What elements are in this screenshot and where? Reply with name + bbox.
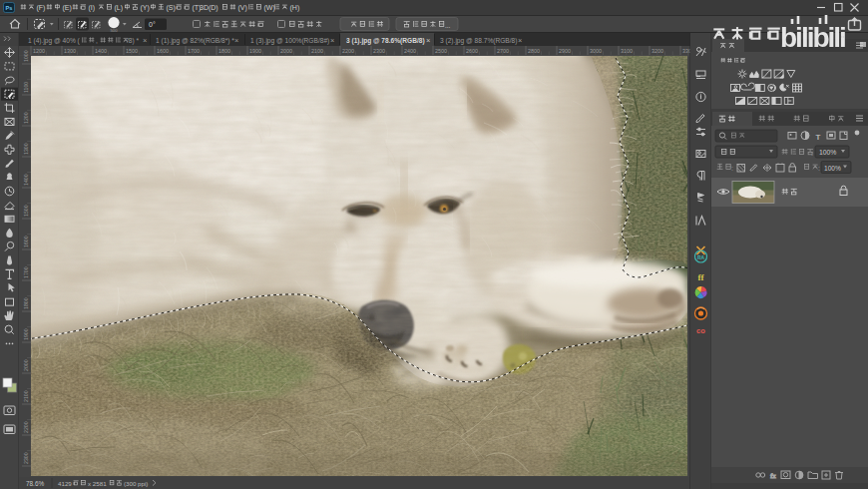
svg-text:1500: 1500 bbox=[23, 205, 29, 217]
svg-text:3 (1).jpg @ 78.6%(RGB/8): 3 (1).jpg @ 78.6%(RGB/8) bbox=[346, 37, 425, 45]
svg-text:1300: 1300 bbox=[23, 143, 29, 155]
svg-text:x 2581: x 2581 bbox=[88, 480, 107, 487]
svg-text:1000: 1000 bbox=[23, 50, 29, 62]
svg-text:...: ... bbox=[445, 22, 451, 29]
svg-text:ff: ff bbox=[698, 272, 705, 282]
svg-text:(F): (F) bbox=[37, 4, 46, 12]
svg-text:fx: fx bbox=[770, 472, 776, 480]
svg-text:2000: 2000 bbox=[23, 359, 29, 371]
svg-text:Ps: Ps bbox=[6, 5, 13, 11]
svg-text:×: × bbox=[234, 36, 238, 45]
svg-text:1 (1).jpg @ 82%(RGB/8*) *: 1 (1).jpg @ 82%(RGB/8*) * bbox=[156, 37, 234, 45]
svg-text:(V): (V) bbox=[238, 4, 247, 12]
svg-text:(S): (S) bbox=[167, 4, 176, 12]
svg-text::: : bbox=[811, 150, 813, 157]
svg-text:×: × bbox=[426, 36, 430, 45]
svg-text:co: co bbox=[696, 326, 705, 335]
svg-text:1 (4).jpg @ 40% (: 1 (4).jpg @ 40% ( bbox=[28, 37, 81, 45]
svg-text:(E): (E) bbox=[63, 4, 72, 12]
svg-text:bilibili: bilibili bbox=[780, 22, 845, 53]
svg-text:×: × bbox=[330, 36, 334, 45]
svg-text:(L): (L) bbox=[115, 4, 124, 12]
svg-text:(W): (W) bbox=[264, 4, 275, 12]
svg-text:2300: 2300 bbox=[23, 452, 29, 464]
svg-text:1100: 1100 bbox=[23, 82, 29, 93]
svg-text:(300 ppi): (300 ppi) bbox=[124, 480, 148, 487]
svg-text:T: T bbox=[816, 133, 821, 142]
svg-text:×: × bbox=[518, 36, 522, 45]
svg-text:4129: 4129 bbox=[58, 480, 72, 487]
svg-text:1900: 1900 bbox=[23, 328, 29, 340]
svg-text:1600: 1600 bbox=[23, 236, 29, 247]
svg-text:1200: 1200 bbox=[23, 112, 29, 124]
svg-text:,: , bbox=[96, 37, 98, 44]
svg-text:2200: 2200 bbox=[23, 421, 29, 433]
svg-text:0°: 0° bbox=[149, 21, 156, 28]
svg-text:": " bbox=[841, 34, 844, 44]
svg-text:78.6%: 78.6% bbox=[26, 480, 44, 487]
svg-text:1400: 1400 bbox=[23, 174, 29, 186]
svg-text:500: 500 bbox=[111, 28, 119, 33]
svg-text:(Y): (Y) bbox=[141, 4, 150, 12]
svg-text:(I): (I) bbox=[89, 4, 96, 12]
svg-text:100%: 100% bbox=[819, 149, 836, 156]
svg-text:(H): (H) bbox=[290, 4, 300, 12]
svg-text:3 (2).jpg @ 88.7%(RGB/8): 3 (2).jpg @ 88.7%(RGB/8) bbox=[440, 37, 517, 45]
svg-text:1800: 1800 bbox=[23, 297, 29, 309]
svg-text:1 (3).jpg @ 100%(RGB/8#): 1 (3).jpg @ 100%(RGB/8#) bbox=[250, 37, 329, 45]
svg-text:3D(D): 3D(D) bbox=[200, 4, 218, 12]
svg-text:×: × bbox=[143, 36, 147, 45]
svg-text:2100: 2100 bbox=[23, 390, 29, 402]
svg-text::: : bbox=[731, 165, 733, 172]
svg-text:/8) *: /8) * bbox=[127, 37, 140, 45]
svg-text:1700: 1700 bbox=[23, 266, 29, 278]
svg-text:100%: 100% bbox=[824, 165, 841, 172]
svg-text::: : bbox=[818, 165, 820, 172]
svg-text:RA: RA bbox=[697, 254, 705, 260]
